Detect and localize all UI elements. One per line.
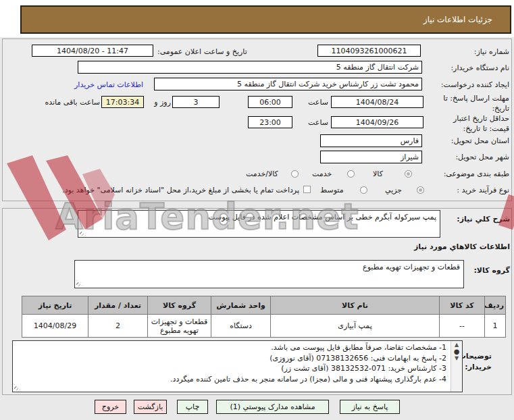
- cell-item-name: پمپ آبیاری: [271, 315, 440, 338]
- goods-group-value: قطعات و تجهیزات تهویه مطبوع: [363, 263, 460, 271]
- goods-info-heading: اطلاعات کالاهاي مورد نیاز: [411, 242, 510, 251]
- request-creator-field[interactable]: محمود تشت زر کارشناس خرید شرکت انتقال گا…: [154, 78, 422, 90]
- treasury-payment-label: پرداخت تمام یا بخشی از مبلغ خرید،از محل …: [37, 186, 299, 194]
- page-title: جزئیات اطلاعات نیاز: [423, 15, 492, 24]
- col-need-date: تاریخ نیاز: [22, 296, 88, 315]
- buyer-org-value: شرکت انتقال گاز منطقه 5: [336, 63, 419, 72]
- price-validity-hour-field[interactable]: 23:00: [248, 116, 292, 128]
- back-button[interactable]: بازگشت: [134, 400, 167, 414]
- radio-service[interactable]: [347, 170, 355, 178]
- city-label: شهر محل تحویل:: [426, 153, 509, 161]
- radio-minor-label: جزیي: [385, 186, 413, 194]
- request-creator-label: ایجاد کننده درخواست:: [426, 80, 509, 89]
- process-type-label: نوع فرآیند خرید :: [426, 186, 509, 194]
- col-item-name: نام کالا: [271, 296, 440, 315]
- radio-minor[interactable]: [417, 186, 424, 194]
- radio-service-label: خدمت: [312, 169, 343, 178]
- need-number-value: 1104093261000621: [332, 47, 407, 55]
- col-quantity: تعداد / مقدار: [88, 296, 148, 315]
- days-word-label: روز و: [144, 98, 171, 107]
- col-item-code: کد کالا: [440, 296, 485, 315]
- cell-row-index: 1: [485, 315, 506, 338]
- province-field[interactable]: فارس: [320, 134, 422, 147]
- scroll-down-icon[interactable]: ▼: [455, 355, 459, 362]
- buyer-notes-body: 1- مشخصات تقاضا، صرفاً مطابق فایل پیوست …: [13, 341, 451, 392]
- reply-deadline-date-field[interactable]: 1404/08/24: [331, 96, 423, 108]
- radio-goods-service-label: کالا/خدمت: [246, 169, 288, 178]
- need-description-label: شرح کلي نیاز:: [441, 215, 510, 224]
- price-hour-label: ساعت: [297, 118, 328, 127]
- classification-label: طبقه بندی موضوعی:: [426, 169, 509, 178]
- radio-goods-label: کالا: [373, 169, 400, 178]
- table-row[interactable]: 1 -- پمپ آبیاری دستگاه قطعات و تجهیزات ت…: [22, 315, 506, 338]
- announce-datetime-value: 1404/08/20 - 11:47: [57, 47, 128, 55]
- city-field[interactable]: شیراز: [320, 151, 422, 163]
- cell-item-code: --: [440, 315, 485, 338]
- radio-goods[interactable]: [405, 170, 412, 178]
- cell-unit: دستگاه: [211, 315, 271, 338]
- province-label: استان محل تحویل:: [426, 136, 509, 145]
- buyer-notes-line: 1- مشخصات تقاضا، صرفاً مطابق فایل پیوست …: [17, 342, 446, 353]
- title-bar: جزئیات اطلاعات نیاز: [20, 5, 511, 34]
- buyer-org-label: نام دستگاه خریدار:: [426, 63, 509, 72]
- province-value: فارس: [401, 136, 419, 145]
- reply-deadline-hour-field[interactable]: 06:00: [248, 96, 292, 108]
- notes-scrollbar[interactable]: ▲ ● ▼: [451, 341, 462, 392]
- reply-to-need-button[interactable]: پاسخ به نیاز: [340, 400, 400, 414]
- reply-hour-label: ساعت: [297, 98, 328, 107]
- exit-button[interactable]: خروج: [95, 400, 126, 414]
- buyer-notes-line: 2- پاسخ به ابهامات فنی: 07138132656 (آقا…: [17, 353, 446, 364]
- col-unit: واحد شمارش: [211, 296, 271, 315]
- need-description-textarea[interactable]: پمپ سیرکوله آبگرم خطی بر اساس مشخصات اعل…: [78, 210, 440, 238]
- resize-handle-icon[interactable]: [80, 230, 86, 236]
- need-number-field[interactable]: 1104093261000621: [317, 45, 421, 57]
- announce-datetime-label: تاریخ و ساعت اعلان عمومی:: [157, 47, 307, 56]
- buyer-notes-line: 4- عدم بارگذاری پیشنهاد فنی و مالی (مجزا…: [17, 374, 446, 385]
- reply-deadline-label: مهلت ارسال پاسخ: تا تاریخ:: [428, 94, 509, 114]
- buyer-notes-line: 3- کارشناس خرید: 071-38132532 (آقای تشت …: [17, 363, 446, 374]
- need-number-label: شماره نیاز:: [426, 47, 509, 56]
- price-validity-date-field[interactable]: 1404/09/26: [331, 116, 423, 128]
- goods-group-label: گروه کالا:: [469, 266, 510, 275]
- radio-goods-service[interactable]: [291, 170, 299, 178]
- cell-item-group: قطعات و تجهیزات تهویه مطبوع: [148, 315, 211, 338]
- radio-medium-label: متوسط: [320, 186, 357, 194]
- announce-datetime-field[interactable]: 1404/08/20 - 11:47: [32, 45, 153, 57]
- remaining-hours-label: ساعت باقی مانده: [12, 98, 100, 107]
- city-value: شیراز: [401, 153, 419, 161]
- price-validity-date: 1404/09/26: [356, 118, 399, 127]
- col-item-group: گروه کالا: [148, 296, 211, 315]
- cell-quantity: 2: [88, 315, 148, 338]
- print-button[interactable]: چاپ: [177, 400, 208, 414]
- treasury-payment-checkbox[interactable]: [303, 186, 311, 193]
- need-description-value: پمپ سیرکوله آبگرم خطی بر اساس مشخصات اعل…: [208, 213, 436, 221]
- time-left-timer: 17:03:34: [101, 96, 144, 108]
- price-validity-hour: 23:00: [259, 118, 281, 127]
- buyer-notes-textarea[interactable]: 1- مشخصات تقاضا، صرفاً مطابق فایل پیوست …: [12, 340, 463, 392]
- view-attached-docs-button[interactable]: مشاهده مدارک پیوستي (1): [216, 400, 329, 414]
- reply-deadline-hour: 06:00: [259, 98, 281, 107]
- buyer-org-field[interactable]: شرکت انتقال گاز منطقه 5: [78, 61, 422, 74]
- items-table-header-row: ردیف کد کالا نام کالا واحد شمارش گروه کا…: [22, 296, 506, 315]
- reply-deadline-date: 1404/08/24: [356, 98, 399, 107]
- time-left-value: 17:03:34: [106, 98, 139, 107]
- items-table: ردیف کد کالا نام کالا واحد شمارش گروه کا…: [22, 296, 506, 338]
- price-validity-label: حداقل تاریخ اعتبار قیمت: تا تاریخ:: [432, 114, 509, 134]
- buyer-contact-link[interactable]: اطلاعات تماس خریدار: [64, 80, 153, 89]
- cell-need-date: 1404/08/29: [22, 315, 88, 338]
- radio-medium[interactable]: [360, 186, 367, 194]
- goods-group-textarea[interactable]: قطعات و تجهیزات تهویه مطبوع: [74, 260, 464, 288]
- days-left-value: 3: [194, 98, 199, 107]
- days-left-field: 3: [172, 96, 220, 108]
- resize-handle-icon[interactable]: [76, 280, 82, 286]
- request-creator-value: محمود تشت زر کارشناس خرید شرکت انتقال گا…: [237, 80, 419, 88]
- scroll-thumb[interactable]: ●: [454, 348, 460, 355]
- col-row-index: ردیف: [485, 296, 506, 315]
